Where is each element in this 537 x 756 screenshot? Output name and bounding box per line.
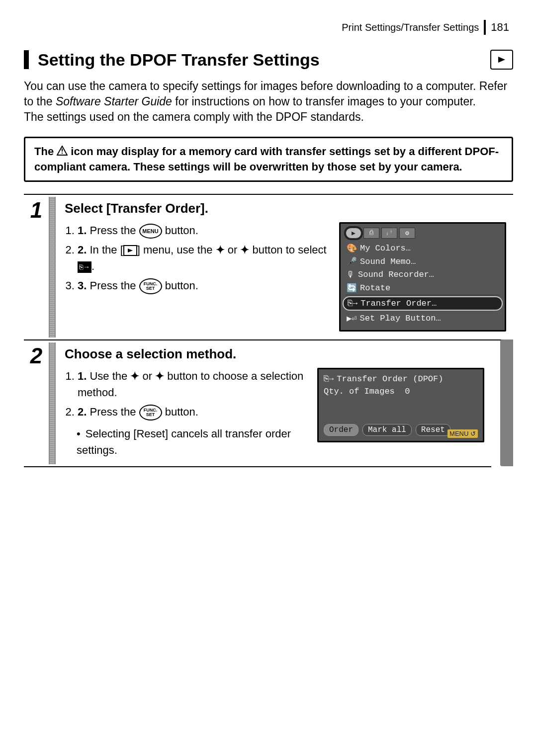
play-tab-icon [123, 245, 137, 256]
warning-icon [57, 145, 68, 160]
svg-rect-2 [62, 149, 63, 152]
menu-item: 🎙Sound Recorder… [346, 268, 500, 281]
menu-item: 🔄Rotate [346, 281, 500, 295]
svg-rect-3 [62, 153, 63, 154]
header-divider-thick [484, 20, 486, 35]
menu-item-selected: ⎘→Transfer Order… [343, 296, 503, 311]
play-tab-icon: ▶ [346, 228, 361, 239]
screen-title: Transfer Order (DPOF) [337, 374, 443, 384]
title-accent-bar [24, 50, 29, 69]
menu-back-indicator: MENU ↺ [448, 429, 478, 438]
step-divider [49, 197, 56, 337]
section-title: Print Settings/Transfer Settings [342, 22, 479, 33]
print-tab-icon: ⎙ [363, 228, 379, 239]
intro-part2: for instructions on how to transfer imag… [172, 95, 476, 108]
menu-item: ▶⏎Set Play Button… [346, 312, 500, 325]
step-1-heading: Select [Transfer Order]. [65, 201, 506, 216]
left-arrow-icon: ✦ [130, 370, 139, 382]
transfer-order-icon: ⎘→ [78, 261, 91, 273]
step1-sub3: 3. Press the FUNC. SET button. [78, 277, 330, 294]
step-divider [49, 342, 56, 464]
menu-button-icon: MENU [139, 224, 162, 239]
playback-mode-icon [490, 50, 513, 70]
step1-sub1: 1. Press the MENU button. [78, 222, 330, 239]
setup-tab-icon: ⚙ [399, 228, 415, 239]
up-arrow-icon: ✦ [216, 244, 225, 256]
page-number: 181 [491, 21, 509, 34]
option-reset: Reset [416, 424, 450, 436]
step-2: 2 Choose a selection method. 1. Use the … [24, 339, 491, 467]
right-arrow-icon: ✦ [155, 370, 164, 382]
camera-screen-menu: ▶ ⎙ ꜟꜝ ⚙ 🎨My Colors… 🎤Sound Memo… 🎙Sound… [339, 222, 506, 332]
tools-tab-icon: ꜟꜝ [381, 228, 397, 239]
step-1-number: 1 [24, 195, 49, 339]
step2-bullet: Selecting [Reset] cancels all transfer o… [77, 425, 308, 458]
step2-sub1: 1. Use the ✦ or ✦ button to choose a sel… [78, 368, 308, 401]
svg-marker-4 [128, 249, 133, 252]
intro-line2: The settings used on the camera comply w… [24, 110, 364, 123]
section-thumb-tab [500, 339, 513, 466]
func-set-button-icon: FUNC. SET [139, 278, 162, 294]
svg-marker-0 [498, 57, 505, 63]
option-order: Order [324, 424, 358, 436]
intro-guide-name: Software Starter Guide [56, 95, 172, 108]
warning-note: The icon may display for a memory card w… [24, 137, 513, 182]
menu-item: 🎨My Colors… [346, 242, 500, 255]
step-2-number: 2 [24, 340, 49, 466]
down-arrow-icon: ✦ [240, 244, 249, 256]
step2-sub2: 2. Press the FUNC. SET button. [78, 404, 308, 420]
qty-row: Qty. of Images 0 [324, 387, 478, 396]
camera-screen-transfer: ⎘→Transfer Order (DPOF) Qty. of Images 0… [317, 368, 484, 442]
step-1: 1 Select [Transfer Order]. 1. Press the … [24, 194, 513, 340]
menu-item: 🎤Sound Memo… [346, 255, 500, 268]
title-text: Setting the DPOF Transfer Settings [38, 50, 320, 70]
step1-sub2: 2. In the [] menu, use the ✦ or ✦ button… [78, 242, 330, 274]
note-pre: The [34, 145, 57, 158]
page-title: Setting the DPOF Transfer Settings [24, 50, 513, 70]
page-header: Print Settings/Transfer Settings 181 [24, 20, 513, 35]
intro-text: You can use the camera to specify settin… [24, 79, 513, 125]
transfer-icon: ⎘→ [324, 374, 334, 384]
step-2-heading: Choose a selection method. [65, 346, 484, 362]
option-mark-all: Mark all [362, 424, 412, 436]
note-post: icon may display for a memory card with … [34, 145, 499, 173]
func-set-button-icon: FUNC. SET [139, 405, 162, 420]
